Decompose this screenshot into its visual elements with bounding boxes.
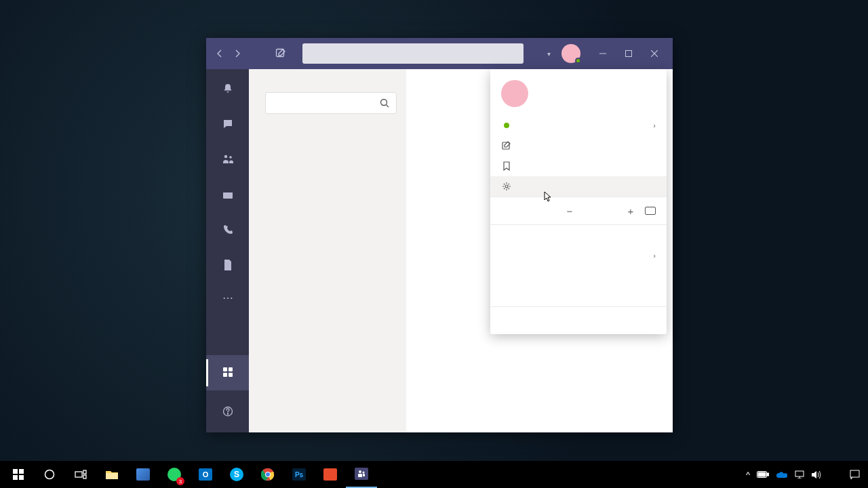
cortana-button[interactable] [34,461,65,488]
svg-rect-23 [83,470,86,474]
back-button[interactable] [212,45,228,62]
chevron-right-icon: › [653,251,656,260]
svg-rect-8 [229,367,233,371]
svg-point-21 [45,470,54,479]
search-input[interactable] [302,43,524,64]
profile-avatar[interactable] [561,44,580,63]
rail-teams[interactable] [206,142,249,178]
calendar-icon [221,188,235,201]
taskbar-teams[interactable] [346,461,377,488]
chat-icon [221,117,235,131]
zoom-out-button[interactable]: − [562,205,577,217]
tray-notifications-icon[interactable] [850,470,860,479]
zoom-row: − + [490,197,667,224]
taskbar-photoshop[interactable]: Ps [283,461,315,488]
svg-point-12 [227,413,228,413]
svg-rect-20 [19,475,24,480]
taskbar-app-1[interactable] [127,461,159,488]
svg-point-4 [229,156,232,159]
svg-line-14 [387,105,389,108]
svg-rect-36 [758,472,766,476]
compose-button[interactable] [271,44,290,63]
fullscreen-icon[interactable] [645,207,656,215]
svg-point-30 [359,470,361,473]
tray-onedrive-icon[interactable] [776,471,788,479]
svg-rect-37 [795,471,804,476]
svg-rect-18 [19,469,24,474]
task-view-button[interactable] [65,461,96,488]
presence-available-icon [575,58,581,64]
chevron-right-icon: › [653,121,656,129]
forward-button[interactable] [229,45,245,62]
settings-row[interactable] [490,176,667,197]
edit-icon [501,141,512,150]
rail-help[interactable] [206,394,249,430]
svg-rect-33 [363,474,365,476]
svg-rect-19 [13,475,18,480]
svg-rect-9 [223,373,227,377]
svg-rect-24 [83,475,86,479]
rail-files[interactable] [206,248,249,283]
saved-row[interactable] [490,156,667,176]
svg-rect-22 [75,472,82,477]
taskbar-chrome[interactable] [252,461,283,488]
svg-rect-40 [850,470,859,477]
apps-search-input[interactable] [265,92,397,114]
svg-rect-17 [13,469,18,474]
keyboard-shortcuts-row[interactable] [490,225,667,245]
tray-volume-icon[interactable] [811,470,821,479]
svg-rect-10 [229,373,233,377]
close-button[interactable] [642,43,667,64]
about-row[interactable]: › [490,245,667,266]
profile-dropdown: › − + › [490,69,667,334]
tray-chevron-icon[interactable]: ^ [746,470,750,480]
bell-icon [221,82,235,96]
sign-out-row[interactable] [490,307,667,334]
download-app-row[interactable] [490,286,667,306]
rail-activity[interactable] [206,72,249,107]
taskbar-whatsapp[interactable]: 3 [159,461,190,488]
rail-more[interactable]: ⋯ [206,283,249,312]
minimize-button[interactable] [590,43,616,64]
start-button[interactable] [3,461,34,488]
svg-rect-6 [223,190,233,192]
apps-category-panel [249,69,406,432]
svg-point-29 [266,472,270,476]
taskbar-outlook[interactable]: O [190,461,221,488]
app-rail: ⋯ [206,69,249,432]
status-available-icon [504,123,509,128]
maximize-button[interactable] [616,43,642,64]
rail-chat[interactable] [206,107,249,142]
status-row[interactable]: › [490,115,667,136]
svg-rect-7 [223,367,227,371]
taskbar-skype[interactable]: S [221,461,252,488]
check-updates-row[interactable] [490,266,667,286]
chevron-down-icon[interactable]: ▾ [547,50,551,58]
svg-rect-35 [768,473,769,476]
svg-point-31 [363,472,365,474]
apps-icon [221,365,235,379]
profile-avatar-large[interactable] [501,80,528,107]
rail-apps[interactable] [206,355,249,390]
taskbar: 3 O S Ps ^ [0,461,868,488]
taskbar-explorer[interactable] [96,461,127,488]
titlebar: ▾ [206,38,673,69]
tray-network-icon[interactable] [795,470,804,479]
phone-icon [221,223,235,237]
svg-point-3 [224,155,226,157]
rail-meetings[interactable] [206,178,249,213]
gear-icon [501,182,512,191]
set-status-row[interactable] [490,136,667,156]
tray-battery-icon[interactable] [757,471,769,478]
teams-icon [221,152,235,166]
rail-calls[interactable] [206,213,249,248]
svg-rect-32 [358,474,362,477]
svg-point-13 [381,100,387,106]
file-icon [221,258,235,272]
bookmark-icon [501,161,512,171]
taskbar-app-2[interactable] [315,461,346,488]
zoom-in-button[interactable]: + [623,205,638,217]
svg-point-16 [505,185,508,188]
svg-rect-25 [106,473,118,479]
help-icon [221,405,235,418]
